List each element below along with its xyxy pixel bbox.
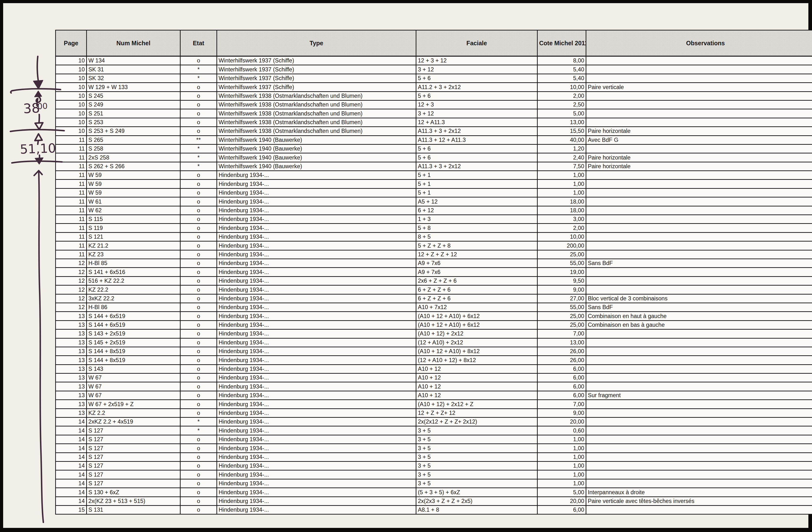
cell-type: Hindenburg 1934-...: [217, 461, 416, 470]
header-faciale: Faciale: [416, 30, 537, 56]
cell-etat: o: [180, 303, 217, 311]
table-row: 10S 253oWinterhilfswerk 1938 (Ostmarklan…: [56, 118, 812, 127]
cell-cote: 40,00: [537, 135, 586, 144]
cell-faciale: 5 + 8: [416, 224, 537, 232]
cell-page: 11: [56, 241, 87, 250]
table-row: 13S 144 + 6x519oHindenburg 1934-...(A10 …: [56, 312, 812, 321]
header-cote: Cote Michel 2011: [537, 30, 586, 56]
cell-etat: o: [180, 268, 217, 277]
cell-obs: [586, 461, 812, 470]
table-row: 14S 127oHindenburg 1934-...3 + 51,00: [56, 435, 812, 444]
cell-faciale: 3 + 5: [416, 461, 537, 470]
cell-obs: [586, 197, 812, 206]
cell-type: Winterhilfswerk 1938 (Ostmarklandschafte…: [217, 118, 416, 127]
cell-page: 13: [56, 356, 87, 365]
cell-faciale: (12 + A10) + 2x12: [416, 338, 537, 347]
cell-etat: o: [180, 505, 217, 514]
cell-etat: o: [180, 497, 217, 505]
cell-type: Hindenburg 1934-...: [217, 435, 416, 444]
cell-cote: 1,20: [537, 144, 586, 153]
cell-cote: 2,00: [537, 224, 586, 232]
cell-obs: [586, 400, 812, 409]
cell-type: Hindenburg 1934-...: [217, 224, 416, 232]
cell-faciale: 3 + 5: [416, 435, 537, 444]
cell-etat: o: [180, 250, 217, 259]
cell-num: S 253 + S 249: [87, 127, 180, 135]
cell-cote: 55,00: [537, 303, 586, 311]
cell-cote: 55,00: [537, 259, 586, 267]
cell-num: 516 + KZ 22.2: [87, 277, 180, 285]
cell-faciale: (12 + A10 + 12) + 8x12: [416, 356, 537, 365]
cell-num: S 144 + 8x519: [87, 347, 180, 356]
cell-cote: 6,00: [537, 373, 586, 382]
cell-etat: o: [180, 409, 217, 417]
cell-num: SK 32: [87, 74, 180, 83]
cell-cote: 5,40: [537, 65, 586, 74]
cell-cote: 5,40: [537, 74, 586, 83]
cell-obs: [586, 188, 812, 197]
cell-faciale: 6 + Z + Z + 6: [416, 285, 537, 294]
cell-etat: o: [180, 232, 217, 241]
cell-page: 14: [56, 479, 87, 488]
cell-faciale: 3 + 5: [416, 426, 537, 435]
cell-cote: 7,00: [537, 329, 586, 338]
down-arrow-mark-top: [37, 56, 39, 82]
cell-faciale: 5 + 6: [416, 153, 537, 162]
cell-num: S 262 + S 266: [87, 162, 180, 171]
cell-type: Hindenburg 1934-...: [217, 188, 416, 197]
cell-etat: o: [180, 241, 217, 250]
cell-num: S 121: [87, 232, 180, 241]
cell-etat: o: [180, 127, 217, 135]
cell-type: Winterhilfswerk 1937 (Schiffe): [217, 56, 416, 65]
cell-type: Hindenburg 1934-...: [217, 505, 416, 514]
cell-obs: [586, 100, 812, 109]
cell-page: 13: [56, 391, 87, 400]
cell-obs: Paire horizontale: [586, 127, 812, 135]
cell-obs: [586, 277, 812, 285]
cell-etat: o: [180, 347, 217, 356]
cell-etat: o: [180, 56, 217, 65]
cell-obs: [586, 215, 812, 224]
cell-cote: 20,00: [537, 417, 586, 426]
cell-cote: 20,00: [537, 497, 586, 505]
table-row: 10S 253 + S 249oWinterhilfswerk 1938 (Os…: [56, 127, 812, 135]
cell-faciale: 12 + Z + Z+ 12: [416, 409, 537, 417]
table-row: 11S 265**Winterhilfswerk 1940 (Bauwerke)…: [56, 135, 812, 144]
cell-cote: 25,00: [537, 250, 586, 259]
cell-type: Hindenburg 1934-...: [217, 453, 416, 461]
cell-type: Hindenburg 1934-...: [217, 206, 416, 215]
cell-obs: [586, 417, 812, 426]
table-row: 10S 249oWinterhilfswerk 1938 (Ostmarklan…: [56, 100, 812, 109]
cell-num: S 127: [87, 444, 180, 453]
cell-num: S 127: [87, 453, 180, 461]
cell-cote: 6,00: [537, 391, 586, 400]
bracket-line-1: [11, 89, 60, 93]
cell-page: 10: [56, 83, 87, 91]
table-row: 13W 67oHindenburg 1934-...A10 + 126,00Su…: [56, 391, 812, 400]
cell-num: S 143: [87, 365, 180, 373]
cell-etat: o: [180, 338, 217, 347]
cell-cote: 2,40: [537, 153, 586, 162]
cell-cote: 8,00: [537, 56, 586, 65]
cell-etat: o: [180, 382, 217, 391]
table-row: 11S 115oHindenburg 1934-...1 + 33,00: [56, 215, 812, 224]
cell-page: 10: [56, 127, 87, 135]
cell-num: S 144 + 6x519: [87, 321, 180, 329]
cell-obs: [586, 206, 812, 215]
cell-obs: Paire verticale: [586, 83, 812, 91]
cell-page: 13: [56, 329, 87, 338]
long-vertical-mark: [39, 171, 43, 522]
table-row: 13S 144 + 6x519oHindenburg 1934-...(A10 …: [56, 321, 812, 329]
cell-obs: [586, 505, 812, 514]
table-row: 11W 62oHindenburg 1934-...6 + 1218,00: [56, 206, 812, 215]
cell-num: W 59: [87, 180, 180, 188]
cell-page: 10: [56, 74, 87, 83]
cell-obs: [586, 171, 812, 180]
cell-faciale: A11.2 + 3 + 2x12: [416, 83, 537, 91]
cell-page: 13: [56, 347, 87, 356]
cell-page: 11: [56, 153, 87, 162]
table-row: 13KZ 2.2oHindenburg 1934-...12 + Z + Z+ …: [56, 409, 812, 417]
cell-num: S 141 + 6x516: [87, 268, 180, 277]
cell-etat: o: [180, 83, 217, 91]
cell-page: 11: [56, 171, 87, 180]
